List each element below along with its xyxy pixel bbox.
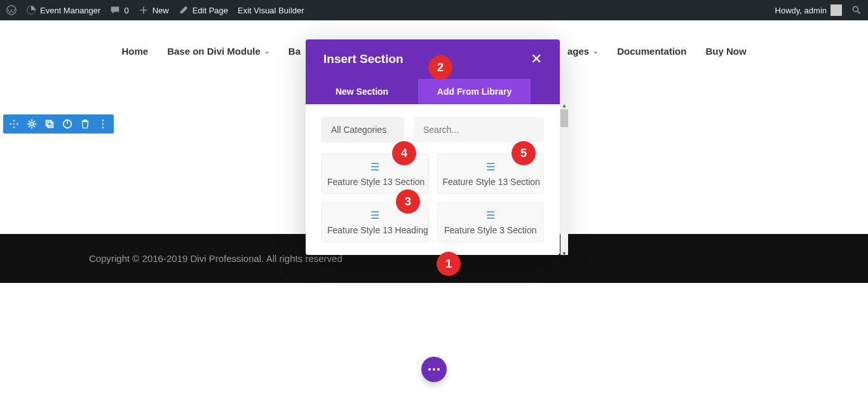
tab-new-section[interactable]: New Section	[306, 79, 418, 104]
comments-link[interactable]: 0	[110, 5, 128, 15]
tab-add-from-library[interactable]: Add From Library	[418, 79, 531, 104]
avatar	[831, 4, 842, 16]
annotation-bubble: 1	[437, 252, 461, 276]
annotation-bubble: 4	[392, 141, 416, 165]
nav-ages-label: ages	[567, 46, 589, 57]
exit-vb-label: Exit Visual Builder	[238, 6, 304, 15]
more-icon[interactable]	[97, 118, 109, 130]
search-toggle[interactable]	[851, 5, 862, 15]
category-value: All Categories	[331, 125, 386, 135]
duplicate-icon[interactable]	[44, 118, 55, 130]
svg-point-4	[30, 122, 33, 125]
nav-truncated-ages[interactable]: ages ⌄	[567, 46, 598, 57]
chevron-down-icon: ⌄	[264, 48, 269, 55]
library-item[interactable]: ☰ Feature Style 3 Section	[437, 202, 545, 242]
library-grid: ☰ Feature Style 13 Section ☰ Feature Sty…	[322, 154, 544, 242]
category-dropdown[interactable]: All Categories	[322, 117, 404, 142]
modal-title: Insert Section	[323, 52, 403, 66]
svg-point-10	[102, 123, 104, 125]
new-label: New	[153, 6, 169, 15]
admin-bar-left: Event Mananger 0 New Edit Page Exit Visu…	[6, 5, 304, 15]
annotation-number: 1	[445, 257, 452, 271]
scroll-down-icon[interactable]: ▼	[560, 250, 568, 257]
new-content-link[interactable]: New	[139, 5, 169, 15]
scroll-up-icon[interactable]: ▲	[560, 102, 568, 109]
annotation-bubble: 5	[512, 141, 536, 165]
filter-row: All Categories	[322, 117, 544, 142]
comments-count: 0	[124, 6, 128, 15]
save-icon[interactable]	[62, 118, 73, 130]
search-input[interactable]	[414, 117, 544, 142]
modal-body: All Categories ☰ Feature Style 13 Sectio…	[306, 104, 560, 255]
comment-icon	[110, 5, 120, 15]
admin-bar-right: Howdy, admin	[775, 4, 862, 16]
copyright-text: Copyright © 2016-2019 Divi Professional.…	[89, 253, 342, 264]
pencil-icon	[179, 5, 189, 15]
library-item-label: Feature Style 3 Section	[443, 225, 539, 235]
site-name-label: Event Mananger	[40, 6, 100, 15]
svg-line-3	[858, 11, 860, 14]
annotation-number: 2	[437, 61, 444, 74]
library-item-label: Feature Style 13 Heading	[327, 225, 423, 235]
nav-divi-label: Base on Divi Module	[167, 46, 261, 57]
howdy-label: Howdy, admin	[775, 6, 827, 15]
chevron-down-icon: ⌄	[593, 48, 598, 55]
tab-new-label: New Section	[336, 86, 388, 97]
svg-point-2	[853, 6, 858, 11]
annotation-bubble: 3	[396, 189, 420, 214]
plus-icon	[139, 5, 149, 15]
scrollbar[interactable]: ▲ ▼	[560, 104, 568, 255]
site-name-link[interactable]: Event Mananger	[26, 5, 100, 15]
nav-home[interactable]: Home	[121, 46, 148, 57]
nav-buy-now[interactable]: Buy Now	[705, 46, 746, 57]
modal-tabs: New Section Add From Library	[306, 79, 560, 104]
user-account-link[interactable]: Howdy, admin	[775, 4, 842, 16]
nav-documentation[interactable]: Documentation	[617, 46, 686, 57]
edit-page-link[interactable]: Edit Page	[179, 5, 228, 15]
annotation-number: 5	[520, 147, 527, 160]
nav-buy-label: Buy Now	[705, 46, 746, 57]
tab-library-label: Add From Library	[437, 86, 512, 97]
builder-fab-button[interactable]	[421, 357, 447, 382]
dashboard-icon	[26, 5, 36, 15]
svg-point-11	[102, 127, 104, 128]
search-icon	[851, 5, 862, 15]
section-toolbar	[3, 114, 114, 134]
library-item-label: Feature Style 13 Section	[327, 177, 423, 187]
annotation-number: 3	[405, 195, 411, 209]
exit-visual-builder-link[interactable]: Exit Visual Builder	[238, 6, 304, 15]
wp-logo[interactable]	[6, 5, 17, 15]
library-item-label: Feature Style 13 Section	[443, 177, 539, 187]
trash-icon[interactable]	[79, 118, 91, 130]
ellipsis-icon	[428, 368, 440, 371]
nav-home-label: Home	[121, 46, 148, 57]
nav-divi-module[interactable]: Base on Divi Module ⌄	[167, 46, 269, 57]
annotation-number: 4	[401, 147, 407, 160]
tab-spacer	[531, 79, 560, 104]
nav-ba-label: Ba	[288, 46, 301, 57]
wordpress-icon	[6, 5, 17, 15]
gear-icon[interactable]	[26, 118, 37, 130]
svg-point-9	[102, 120, 104, 121]
annotation-bubble: 2	[428, 55, 452, 79]
move-icon[interactable]	[8, 118, 20, 130]
svg-rect-5	[46, 121, 51, 126]
hamburger-icon: ☰	[443, 209, 539, 221]
svg-rect-6	[48, 122, 53, 127]
nav-truncated-ba[interactable]: Ba	[288, 46, 301, 57]
wp-admin-bar: Event Mananger 0 New Edit Page Exit Visu…	[0, 0, 868, 20]
edit-page-label: Edit Page	[193, 6, 228, 15]
scrollbar-thumb[interactable]	[560, 109, 568, 127]
close-icon[interactable]: ✕	[531, 51, 542, 67]
nav-doc-label: Documentation	[617, 46, 686, 57]
